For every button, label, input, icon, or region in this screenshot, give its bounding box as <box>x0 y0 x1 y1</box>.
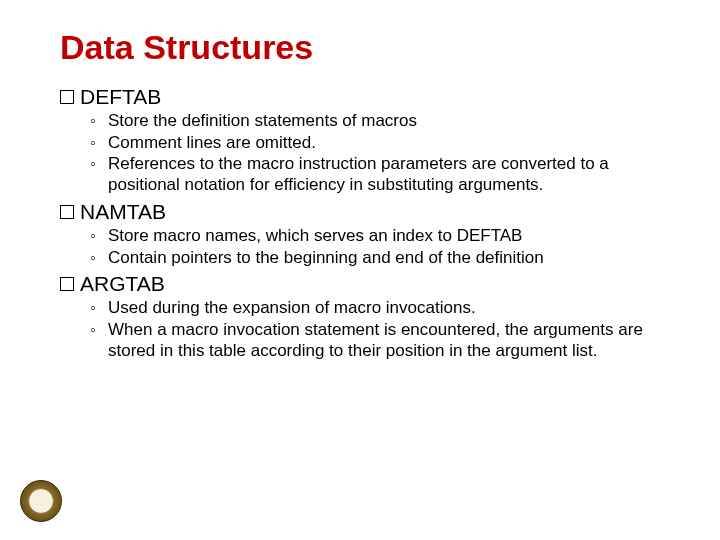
list-item: Used during the expansion of macro invoc… <box>90 298 660 319</box>
section-deftab: DEFTAB Store the definition statements o… <box>60 85 660 196</box>
list-item: Store macro names, which serves an index… <box>90 226 660 247</box>
checkbox-icon <box>60 205 74 219</box>
sub-list-argtab: Used during the expansion of macro invoc… <box>60 298 660 361</box>
section-header-argtab: ARGTAB <box>60 272 660 296</box>
checkbox-icon <box>60 90 74 104</box>
section-name: ARGTAB <box>80 272 165 296</box>
logo-emblem <box>20 480 62 522</box>
section-namtab: NAMTAB Store macro names, which serves a… <box>60 200 660 268</box>
page-title: Data Structures <box>60 28 660 67</box>
section-header-deftab: DEFTAB <box>60 85 660 109</box>
section-header-namtab: NAMTAB <box>60 200 660 224</box>
list-item: Contain pointers to the beginning and en… <box>90 248 660 269</box>
sub-list-deftab: Store the definition statements of macro… <box>60 111 660 196</box>
section-argtab: ARGTAB Used during the expansion of macr… <box>60 272 660 361</box>
section-name: DEFTAB <box>80 85 161 109</box>
list-item: References to the macro instruction para… <box>90 154 660 195</box>
seal-inner-icon <box>28 488 54 514</box>
list-item: When a macro invocation statement is enc… <box>90 320 660 361</box>
checkbox-icon <box>60 277 74 291</box>
list-item: Store the definition statements of macro… <box>90 111 660 132</box>
sub-list-namtab: Store macro names, which serves an index… <box>60 226 660 268</box>
seal-icon <box>20 480 62 522</box>
section-name: NAMTAB <box>80 200 166 224</box>
list-item: Comment lines are omitted. <box>90 133 660 154</box>
slide: Data Structures DEFTAB Store the definit… <box>0 0 720 540</box>
